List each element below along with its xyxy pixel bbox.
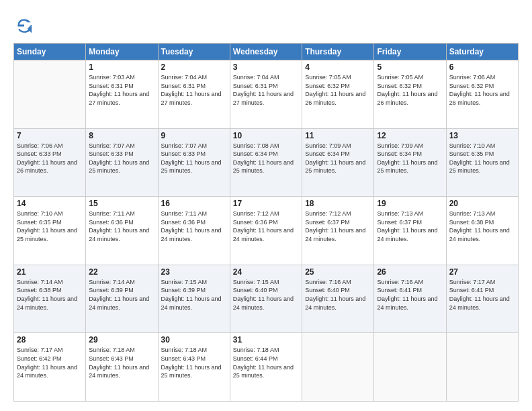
day-of-week-header: Friday [374, 44, 446, 60]
calendar-cell: 7Sunrise: 7:06 AMSunset: 6:33 PMDaylight… [14, 128, 86, 197]
calendar-cell: 2Sunrise: 7:04 AMSunset: 6:31 PMDaylight… [158, 60, 230, 129]
cell-info: Sunrise: 7:12 AMSunset: 6:37 PMDaylight:… [305, 210, 371, 243]
calendar-cell: 23Sunrise: 7:15 AMSunset: 6:39 PMDayligh… [158, 265, 230, 333]
day-of-week-header: Thursday [302, 44, 374, 60]
cell-info: Sunrise: 7:10 AMSunset: 6:35 PMDaylight:… [449, 142, 515, 175]
day-of-week-header: Wednesday [230, 44, 302, 60]
calendar-cell: 17Sunrise: 7:12 AMSunset: 6:36 PMDayligh… [230, 197, 302, 265]
cell-info: Sunrise: 7:04 AMSunset: 6:31 PMDaylight:… [161, 73, 227, 107]
calendar-cell: 15Sunrise: 7:11 AMSunset: 6:36 PMDayligh… [86, 197, 158, 265]
calendar-cell: 18Sunrise: 7:12 AMSunset: 6:37 PMDayligh… [302, 197, 374, 265]
calendar-cell: 4Sunrise: 7:05 AMSunset: 6:32 PMDaylight… [302, 60, 374, 129]
cell-info: Sunrise: 7:15 AMSunset: 6:39 PMDaylight:… [161, 278, 227, 312]
calendar-table: SundayMondayTuesdayWednesdayThursdayFrid… [13, 43, 519, 402]
day-number: 27 [449, 267, 515, 277]
calendar-cell: 29Sunrise: 7:18 AMSunset: 6:43 PMDayligh… [86, 333, 158, 402]
calendar-week-row: 21Sunrise: 7:14 AMSunset: 6:38 PMDayligh… [14, 265, 519, 333]
day-number: 17 [233, 199, 299, 208]
day-of-week-header: Saturday [446, 44, 518, 60]
day-number: 12 [377, 131, 443, 140]
day-number: 21 [17, 267, 83, 277]
cell-info: Sunrise: 7:13 AMSunset: 6:37 PMDaylight:… [377, 210, 443, 243]
day-number: 2 [161, 62, 227, 72]
calendar-cell: 22Sunrise: 7:14 AMSunset: 6:39 PMDayligh… [86, 265, 158, 333]
day-number: 19 [377, 199, 443, 208]
day-number: 30 [161, 335, 227, 345]
calendar-cell: 19Sunrise: 7:13 AMSunset: 6:37 PMDayligh… [374, 197, 446, 265]
day-number: 31 [233, 335, 299, 345]
day-number: 10 [233, 131, 299, 140]
calendar-cell: 24Sunrise: 7:15 AMSunset: 6:40 PMDayligh… [230, 265, 302, 333]
cell-info: Sunrise: 7:16 AMSunset: 6:40 PMDaylight:… [305, 278, 371, 312]
calendar-cell: 28Sunrise: 7:17 AMSunset: 6:42 PMDayligh… [14, 333, 86, 402]
cell-info: Sunrise: 7:11 AMSunset: 6:36 PMDaylight:… [89, 210, 154, 243]
cell-info: Sunrise: 7:05 AMSunset: 6:32 PMDaylight:… [305, 73, 371, 107]
calendar-cell [446, 333, 518, 402]
cell-info: Sunrise: 7:09 AMSunset: 6:34 PMDaylight:… [377, 142, 443, 175]
calendar-cell: 10Sunrise: 7:08 AMSunset: 6:34 PMDayligh… [230, 128, 302, 197]
header [13, 12, 519, 36]
logo-icon [13, 15, 35, 36]
cell-info: Sunrise: 7:08 AMSunset: 6:34 PMDaylight:… [233, 142, 299, 175]
cell-info: Sunrise: 7:13 AMSunset: 6:38 PMDaylight:… [449, 210, 515, 243]
day-number: 9 [161, 131, 227, 140]
logo [13, 15, 38, 36]
cell-info: Sunrise: 7:07 AMSunset: 6:33 PMDaylight:… [161, 142, 227, 175]
cell-info: Sunrise: 7:17 AMSunset: 6:42 PMDaylight:… [17, 346, 83, 379]
cell-info: Sunrise: 7:07 AMSunset: 6:33 PMDaylight:… [89, 142, 154, 175]
cell-info: Sunrise: 7:11 AMSunset: 6:36 PMDaylight:… [161, 210, 227, 243]
day-number: 13 [449, 131, 515, 140]
day-number: 4 [305, 62, 371, 72]
calendar-cell: 3Sunrise: 7:04 AMSunset: 6:31 PMDaylight… [230, 60, 302, 129]
day-number: 11 [305, 131, 371, 140]
calendar-cell [14, 60, 86, 129]
cell-info: Sunrise: 7:03 AMSunset: 6:31 PMDaylight:… [89, 73, 154, 107]
calendar-cell [302, 333, 374, 402]
day-number: 23 [161, 267, 227, 277]
cell-info: Sunrise: 7:06 AMSunset: 6:32 PMDaylight:… [449, 73, 515, 107]
day-number: 1 [89, 62, 154, 72]
cell-info: Sunrise: 7:16 AMSunset: 6:41 PMDaylight:… [377, 278, 443, 312]
calendar-cell: 8Sunrise: 7:07 AMSunset: 6:33 PMDaylight… [86, 128, 158, 197]
calendar-week-row: 1Sunrise: 7:03 AMSunset: 6:31 PMDaylight… [14, 60, 519, 129]
day-number: 3 [233, 62, 299, 72]
calendar-cell: 20Sunrise: 7:13 AMSunset: 6:38 PMDayligh… [446, 197, 518, 265]
day-number: 8 [89, 131, 154, 140]
cell-info: Sunrise: 7:17 AMSunset: 6:41 PMDaylight:… [449, 278, 515, 312]
cell-info: Sunrise: 7:18 AMSunset: 6:44 PMDaylight:… [233, 346, 299, 379]
day-number: 15 [89, 199, 154, 208]
day-number: 7 [17, 131, 83, 140]
calendar-cell: 27Sunrise: 7:17 AMSunset: 6:41 PMDayligh… [446, 265, 518, 333]
calendar-week-row: 28Sunrise: 7:17 AMSunset: 6:42 PMDayligh… [14, 333, 519, 402]
cell-info: Sunrise: 7:09 AMSunset: 6:34 PMDaylight:… [305, 142, 371, 175]
calendar-cell: 11Sunrise: 7:09 AMSunset: 6:34 PMDayligh… [302, 128, 374, 197]
cell-info: Sunrise: 7:10 AMSunset: 6:35 PMDaylight:… [17, 210, 83, 243]
day-number: 29 [89, 335, 154, 345]
day-number: 6 [449, 62, 515, 72]
cell-info: Sunrise: 7:14 AMSunset: 6:38 PMDaylight:… [17, 278, 83, 312]
day-number: 20 [449, 199, 515, 208]
day-number: 5 [377, 62, 443, 72]
calendar-cell: 13Sunrise: 7:10 AMSunset: 6:35 PMDayligh… [446, 128, 518, 197]
cell-info: Sunrise: 7:18 AMSunset: 6:43 PMDaylight:… [89, 346, 154, 379]
cell-info: Sunrise: 7:18 AMSunset: 6:43 PMDaylight:… [161, 346, 227, 379]
calendar-cell: 26Sunrise: 7:16 AMSunset: 6:41 PMDayligh… [374, 265, 446, 333]
cell-info: Sunrise: 7:06 AMSunset: 6:33 PMDaylight:… [17, 142, 83, 175]
calendar-cell: 14Sunrise: 7:10 AMSunset: 6:35 PMDayligh… [14, 197, 86, 265]
page: SundayMondayTuesdayWednesdayThursdayFrid… [0, 0, 532, 411]
day-number: 28 [17, 335, 83, 345]
day-of-week-header: Sunday [14, 44, 86, 60]
cell-info: Sunrise: 7:15 AMSunset: 6:40 PMDaylight:… [233, 278, 299, 312]
calendar-header-row: SundayMondayTuesdayWednesdayThursdayFrid… [14, 44, 519, 60]
cell-info: Sunrise: 7:05 AMSunset: 6:32 PMDaylight:… [377, 73, 443, 107]
calendar-week-row: 14Sunrise: 7:10 AMSunset: 6:35 PMDayligh… [14, 197, 519, 265]
calendar-cell: 9Sunrise: 7:07 AMSunset: 6:33 PMDaylight… [158, 128, 230, 197]
day-number: 22 [89, 267, 154, 277]
day-number: 24 [233, 267, 299, 277]
cell-info: Sunrise: 7:12 AMSunset: 6:36 PMDaylight:… [233, 210, 299, 243]
calendar-cell: 1Sunrise: 7:03 AMSunset: 6:31 PMDaylight… [86, 60, 158, 129]
calendar-cell: 12Sunrise: 7:09 AMSunset: 6:34 PMDayligh… [374, 128, 446, 197]
calendar-cell: 16Sunrise: 7:11 AMSunset: 6:36 PMDayligh… [158, 197, 230, 265]
day-number: 18 [305, 199, 371, 208]
calendar-cell: 25Sunrise: 7:16 AMSunset: 6:40 PMDayligh… [302, 265, 374, 333]
